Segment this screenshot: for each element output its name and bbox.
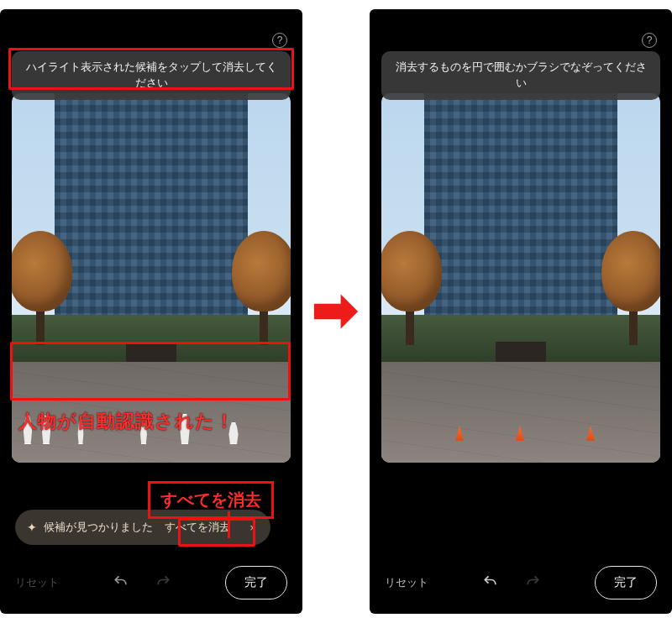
help-icon[interactable]: ?	[642, 33, 657, 48]
undo-redo-group	[481, 573, 542, 593]
reset-button[interactable]: リセット	[15, 575, 59, 590]
done-button[interactable]: 完了	[595, 566, 657, 599]
photo-plaza	[12, 362, 291, 463]
photo-canvas[interactable]	[12, 93, 291, 463]
hint-banner: ハイライト表示された候補をタップして消去してください	[12, 51, 291, 100]
arrow-icon	[311, 286, 361, 337]
redo-icon[interactable]	[154, 573, 172, 593]
undo-icon[interactable]	[481, 573, 500, 593]
help-icon[interactable]: ?	[272, 33, 287, 48]
bottom-bar: リセット 完了	[0, 562, 302, 604]
photo-plaza	[381, 362, 660, 463]
hint-banner: 消去するものを円で囲むかブラシでなぞってください	[381, 51, 660, 100]
photo-tree-right	[230, 228, 291, 345]
undo-icon[interactable]	[112, 573, 130, 593]
sparkle-icon: ✦	[27, 521, 37, 534]
undo-redo-group	[112, 573, 172, 593]
erase-all-action[interactable]: すべてを消去	[160, 517, 235, 538]
callout-connector	[228, 511, 230, 538]
comparison-stage: ? ハイライト表示された候補をタップして消去してください 人物が	[0, 9, 672, 614]
snackbar-close-icon[interactable]: ×	[242, 516, 264, 538]
photo-tree-right	[600, 228, 660, 345]
photo-canvas[interactable]	[381, 93, 660, 463]
bottom-bar: リセット 完了	[370, 562, 672, 604]
done-button[interactable]: 完了	[225, 566, 287, 599]
photo-tree-left	[381, 228, 444, 345]
phone-left: ? ハイライト表示された候補をタップして消去してください 人物が	[0, 9, 302, 614]
photo-tree-left	[12, 228, 74, 345]
hint-text: ハイライト表示された候補をタップして消去してください	[26, 60, 277, 89]
redo-icon[interactable]	[523, 573, 542, 593]
reset-button[interactable]: リセット	[385, 575, 428, 590]
phone-right: ? 消去するものを円で囲むかブラシでなぞってください リセット	[370, 9, 672, 614]
hint-text: 消去するものを円で囲むかブラシでなぞってください	[396, 60, 647, 89]
snackbar-message: 候補が見つかりました	[44, 521, 153, 535]
suggestion-snackbar: ✦ 候補が見つかりました すべてを消去 ×	[15, 510, 270, 545]
